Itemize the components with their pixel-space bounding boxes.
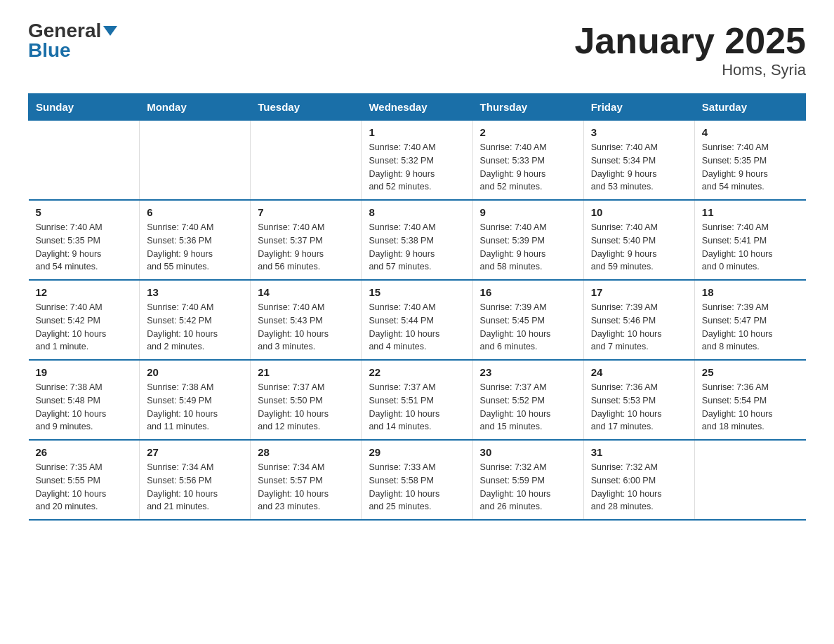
day-number: 31 <box>591 446 687 458</box>
calendar-cell: 5Sunrise: 7:40 AM Sunset: 5:35 PM Daylig… <box>29 200 140 280</box>
day-number: 13 <box>147 286 243 298</box>
calendar-cell: 20Sunrise: 7:38 AM Sunset: 5:49 PM Dayli… <box>140 360 251 440</box>
calendar-cell: 12Sunrise: 7:40 AM Sunset: 5:42 PM Dayli… <box>29 280 140 360</box>
day-info: Sunrise: 7:40 AM Sunset: 5:42 PM Dayligh… <box>36 301 133 354</box>
day-info: Sunrise: 7:39 AM Sunset: 5:45 PM Dayligh… <box>480 301 576 354</box>
day-number: 22 <box>369 366 465 378</box>
calendar-cell <box>251 121 362 201</box>
col-header-tuesday: Tuesday <box>251 94 362 121</box>
day-number: 11 <box>702 206 799 218</box>
col-header-sunday: Sunday <box>29 94 140 121</box>
day-number: 27 <box>147 446 243 458</box>
calendar-week-5: 26Sunrise: 7:35 AM Sunset: 5:55 PM Dayli… <box>29 440 806 520</box>
calendar-cell: 1Sunrise: 7:40 AM Sunset: 5:32 PM Daylig… <box>362 121 472 201</box>
day-info: Sunrise: 7:36 AM Sunset: 5:53 PM Dayligh… <box>591 381 687 434</box>
calendar-cell: 17Sunrise: 7:39 AM Sunset: 5:46 PM Dayli… <box>583 280 694 360</box>
day-number: 30 <box>480 446 576 458</box>
day-info: Sunrise: 7:40 AM Sunset: 5:36 PM Dayligh… <box>147 221 243 274</box>
day-info: Sunrise: 7:36 AM Sunset: 5:54 PM Dayligh… <box>702 381 799 434</box>
day-info: Sunrise: 7:40 AM Sunset: 5:43 PM Dayligh… <box>258 301 354 354</box>
calendar-cell <box>140 121 251 201</box>
calendar-cell: 3Sunrise: 7:40 AM Sunset: 5:34 PM Daylig… <box>583 121 694 201</box>
day-number: 5 <box>36 206 133 218</box>
day-info: Sunrise: 7:35 AM Sunset: 5:55 PM Dayligh… <box>36 461 133 514</box>
day-info: Sunrise: 7:40 AM Sunset: 5:41 PM Dayligh… <box>702 221 799 274</box>
calendar-cell: 2Sunrise: 7:40 AM Sunset: 5:33 PM Daylig… <box>472 121 583 201</box>
day-number: 9 <box>480 206 576 218</box>
logo-general-text: General <box>28 21 101 41</box>
col-header-thursday: Thursday <box>472 94 583 121</box>
calendar-cell: 11Sunrise: 7:40 AM Sunset: 5:41 PM Dayli… <box>694 200 805 280</box>
calendar-cell: 13Sunrise: 7:40 AM Sunset: 5:42 PM Dayli… <box>140 280 251 360</box>
day-number: 15 <box>369 286 465 298</box>
calendar-cell: 9Sunrise: 7:40 AM Sunset: 5:39 PM Daylig… <box>472 200 583 280</box>
day-info: Sunrise: 7:40 AM Sunset: 5:33 PM Dayligh… <box>480 141 576 194</box>
calendar-subtitle: Homs, Syria <box>574 61 806 79</box>
calendar-cell: 14Sunrise: 7:40 AM Sunset: 5:43 PM Dayli… <box>251 280 362 360</box>
day-info: Sunrise: 7:40 AM Sunset: 5:40 PM Dayligh… <box>591 221 687 274</box>
calendar-cell: 25Sunrise: 7:36 AM Sunset: 5:54 PM Dayli… <box>694 360 805 440</box>
calendar-title-block: January 2025 Homs, Syria <box>574 21 806 79</box>
col-header-friday: Friday <box>583 94 694 121</box>
day-info: Sunrise: 7:38 AM Sunset: 5:48 PM Dayligh… <box>36 381 133 434</box>
calendar-cell: 6Sunrise: 7:40 AM Sunset: 5:36 PM Daylig… <box>140 200 251 280</box>
calendar-cell: 22Sunrise: 7:37 AM Sunset: 5:51 PM Dayli… <box>362 360 472 440</box>
day-number: 29 <box>369 446 465 458</box>
calendar-cell: 19Sunrise: 7:38 AM Sunset: 5:48 PM Dayli… <box>29 360 140 440</box>
calendar-cell: 28Sunrise: 7:34 AM Sunset: 5:57 PM Dayli… <box>251 440 362 520</box>
calendar-cell: 16Sunrise: 7:39 AM Sunset: 5:45 PM Dayli… <box>472 280 583 360</box>
day-info: Sunrise: 7:37 AM Sunset: 5:50 PM Dayligh… <box>258 381 354 434</box>
day-number: 6 <box>147 206 243 218</box>
calendar-cell: 24Sunrise: 7:36 AM Sunset: 5:53 PM Dayli… <box>583 360 694 440</box>
day-number: 12 <box>36 286 133 298</box>
day-number: 16 <box>480 286 576 298</box>
day-number: 17 <box>591 286 687 298</box>
day-info: Sunrise: 7:40 AM Sunset: 5:35 PM Dayligh… <box>36 221 133 274</box>
day-info: Sunrise: 7:39 AM Sunset: 5:47 PM Dayligh… <box>702 301 799 354</box>
day-number: 3 <box>591 126 687 138</box>
day-info: Sunrise: 7:33 AM Sunset: 5:58 PM Dayligh… <box>369 461 465 514</box>
day-number: 2 <box>480 126 576 138</box>
day-number: 7 <box>258 206 354 218</box>
day-info: Sunrise: 7:34 AM Sunset: 5:57 PM Dayligh… <box>258 461 354 514</box>
col-header-saturday: Saturday <box>694 94 805 121</box>
calendar-cell: 21Sunrise: 7:37 AM Sunset: 5:50 PM Dayli… <box>251 360 362 440</box>
logo-triangle-icon <box>103 26 117 36</box>
calendar-cell: 26Sunrise: 7:35 AM Sunset: 5:55 PM Dayli… <box>29 440 140 520</box>
day-info: Sunrise: 7:40 AM Sunset: 5:42 PM Dayligh… <box>147 301 243 354</box>
calendar-cell: 15Sunrise: 7:40 AM Sunset: 5:44 PM Dayli… <box>362 280 472 360</box>
col-header-monday: Monday <box>140 94 251 121</box>
day-info: Sunrise: 7:40 AM Sunset: 5:37 PM Dayligh… <box>258 221 354 274</box>
logo-blue-text: Blue <box>28 41 71 60</box>
calendar-week-2: 5Sunrise: 7:40 AM Sunset: 5:35 PM Daylig… <box>29 200 806 280</box>
day-info: Sunrise: 7:40 AM Sunset: 5:38 PM Dayligh… <box>369 221 465 274</box>
calendar-week-3: 12Sunrise: 7:40 AM Sunset: 5:42 PM Dayli… <box>29 280 806 360</box>
day-number: 28 <box>258 446 354 458</box>
day-number: 26 <box>36 446 133 458</box>
day-number: 4 <box>702 126 799 138</box>
day-number: 19 <box>36 366 133 378</box>
day-number: 14 <box>258 286 354 298</box>
calendar-cell: 23Sunrise: 7:37 AM Sunset: 5:52 PM Dayli… <box>472 360 583 440</box>
calendar-cell: 31Sunrise: 7:32 AM Sunset: 6:00 PM Dayli… <box>583 440 694 520</box>
day-number: 8 <box>369 206 465 218</box>
day-info: Sunrise: 7:37 AM Sunset: 5:51 PM Dayligh… <box>369 381 465 434</box>
day-info: Sunrise: 7:37 AM Sunset: 5:52 PM Dayligh… <box>480 381 576 434</box>
calendar-cell: 29Sunrise: 7:33 AM Sunset: 5:58 PM Dayli… <box>362 440 472 520</box>
day-number: 21 <box>258 366 354 378</box>
calendar-header-row: SundayMondayTuesdayWednesdayThursdayFrid… <box>29 94 806 121</box>
calendar-cell: 8Sunrise: 7:40 AM Sunset: 5:38 PM Daylig… <box>362 200 472 280</box>
day-info: Sunrise: 7:38 AM Sunset: 5:49 PM Dayligh… <box>147 381 243 434</box>
day-info: Sunrise: 7:32 AM Sunset: 6:00 PM Dayligh… <box>591 461 687 514</box>
calendar-week-4: 19Sunrise: 7:38 AM Sunset: 5:48 PM Dayli… <box>29 360 806 440</box>
calendar-cell <box>29 121 140 201</box>
calendar-cell: 30Sunrise: 7:32 AM Sunset: 5:59 PM Dayli… <box>472 440 583 520</box>
day-number: 18 <box>702 286 799 298</box>
day-info: Sunrise: 7:34 AM Sunset: 5:56 PM Dayligh… <box>147 461 243 514</box>
day-number: 1 <box>369 126 465 138</box>
col-header-wednesday: Wednesday <box>362 94 472 121</box>
page-header: General Blue January 2025 Homs, Syria <box>28 21 806 79</box>
day-info: Sunrise: 7:40 AM Sunset: 5:39 PM Dayligh… <box>480 221 576 274</box>
day-number: 20 <box>147 366 243 378</box>
calendar-table: SundayMondayTuesdayWednesdayThursdayFrid… <box>28 93 806 521</box>
